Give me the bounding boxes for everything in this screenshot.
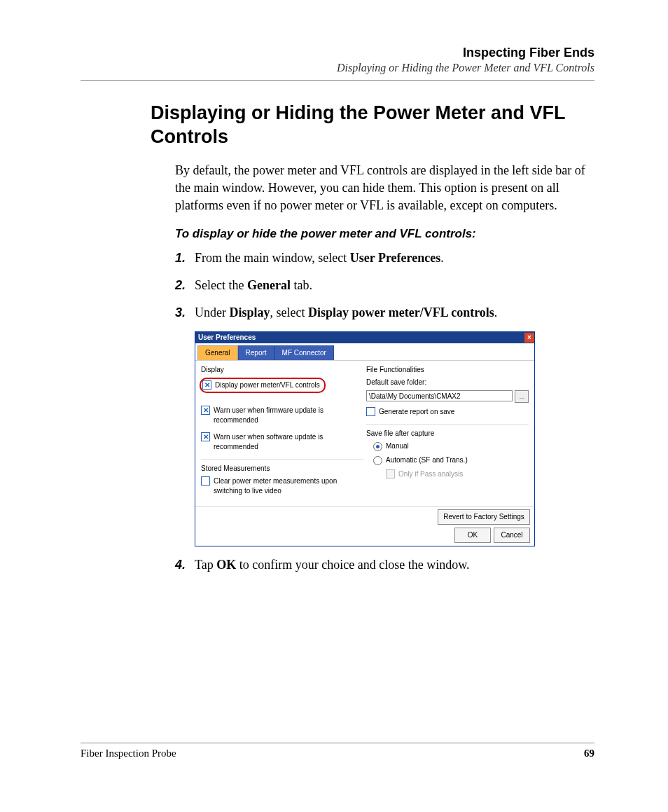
radio-label: Automatic (SF and Trans.): [386, 455, 468, 465]
browse-button[interactable]: ...: [515, 390, 529, 403]
default-save-folder-input[interactable]: \Data\My Documents\CMAX2: [366, 390, 513, 401]
step-bold: General: [247, 278, 291, 292]
footer-page-number: 69: [584, 748, 594, 759]
checkbox-label: Warn user when firmware update is recomm…: [214, 406, 363, 425]
close-icon: ×: [527, 334, 531, 341]
checkbox-icon: [366, 407, 375, 416]
checkbox-clear-measurements[interactable]: Clear power meter measurements upon swit…: [201, 476, 363, 496]
checkbox-label: Generate report on save: [379, 407, 454, 417]
header-subtitle: Displaying or Hiding the Power Meter and…: [81, 62, 594, 74]
checkbox-icon: [201, 432, 210, 441]
default-save-folder-label: Default save folder:: [366, 378, 529, 387]
ok-button[interactable]: OK: [454, 528, 491, 543]
tab-general[interactable]: General: [197, 345, 238, 360]
step-3: 3. Under Display, select Display power m…: [175, 304, 594, 322]
display-group-label: Display: [201, 365, 363, 375]
step-bold: User Preferences: [350, 251, 440, 265]
step-text: tab.: [291, 278, 312, 292]
checkbox-generate-report[interactable]: Generate report on save: [366, 407, 529, 417]
step-text: Tap: [195, 558, 216, 572]
step-text: Select the: [195, 278, 247, 292]
step-number: 1.: [175, 249, 195, 267]
radio-icon: [373, 442, 382, 451]
dialog-title: User Preferences: [198, 333, 256, 343]
checkbox-label: Clear power meter measurements upon swit…: [214, 476, 363, 496]
step-text: , select: [270, 305, 308, 319]
checkbox-icon: [201, 406, 210, 415]
checkbox-warn-software[interactable]: Warn user when software update is recomm…: [201, 432, 363, 452]
step-bold: OK: [216, 558, 236, 572]
page-footer: Fiber Inspection Probe 69: [81, 743, 594, 759]
stored-measurements-label: Stored Measurements: [201, 464, 363, 474]
step-number: 3.: [175, 304, 195, 322]
checkbox-label: Display power meter/VFL controls: [215, 380, 320, 390]
procedure-heading: To display or hide the power meter and V…: [175, 226, 594, 242]
radio-manual[interactable]: Manual: [373, 441, 529, 451]
user-preferences-dialog: User Preferences × General Report MF Con…: [195, 331, 535, 546]
checkbox-label: Warn user when software update is recomm…: [214, 432, 363, 452]
step-2: 2. Select the General tab.: [175, 277, 594, 294]
step-1: 1. From the main window, select User Pre…: [175, 249, 594, 267]
tab-mf-connector[interactable]: MF Connector: [274, 345, 334, 360]
checkbox-icon: [386, 469, 395, 479]
tab-report[interactable]: Report: [238, 345, 274, 360]
checkbox-label: Only if Pass analysis: [398, 469, 463, 479]
file-functionalities-label: File Functionalities: [366, 365, 529, 375]
checkbox-display-pm-vfl[interactable]: Display power meter/VFL controls: [200, 378, 326, 393]
cancel-button[interactable]: Cancel: [494, 528, 530, 543]
step-number: 4.: [175, 556, 195, 574]
step-text: Under: [195, 305, 229, 319]
step-text: From the main window, select: [195, 251, 350, 265]
dialog-titlebar: User Preferences ×: [195, 332, 534, 343]
footer-product: Fiber Inspection Probe: [81, 748, 176, 759]
checkbox-icon: [201, 476, 210, 486]
header-rule: [81, 80, 594, 81]
section-heading: Displaying or Hiding the Power Meter and…: [81, 102, 594, 149]
header-chapter: Inspecting Fiber Ends: [81, 46, 594, 60]
radio-automatic[interactable]: Automatic (SF and Trans.): [373, 455, 529, 465]
step-text: to confirm your choice and close the win…: [236, 558, 469, 572]
radio-label: Manual: [386, 441, 409, 451]
revert-factory-button[interactable]: Revert to Factory Settings: [438, 509, 530, 525]
intro-paragraph: By default, the power meter and VFL cont…: [175, 162, 594, 215]
step-text: .: [494, 305, 498, 319]
step-4: 4. Tap OK to confirm your choice and clo…: [175, 556, 594, 574]
step-bold: Display power meter/VFL controls: [308, 305, 494, 319]
step-text: .: [440, 251, 444, 265]
close-button[interactable]: ×: [524, 333, 534, 343]
checkbox-only-if-pass: Only if Pass analysis: [386, 469, 529, 479]
tab-bar: General Report MF Connector: [195, 343, 534, 361]
radio-icon: [373, 456, 382, 465]
save-after-capture-label: Save file after capture: [366, 429, 529, 439]
checkbox-warn-firmware[interactable]: Warn user when firmware update is recomm…: [201, 406, 363, 425]
step-number: 2.: [175, 277, 195, 294]
step-bold: Display: [229, 305, 270, 319]
checkbox-icon: [202, 380, 211, 390]
